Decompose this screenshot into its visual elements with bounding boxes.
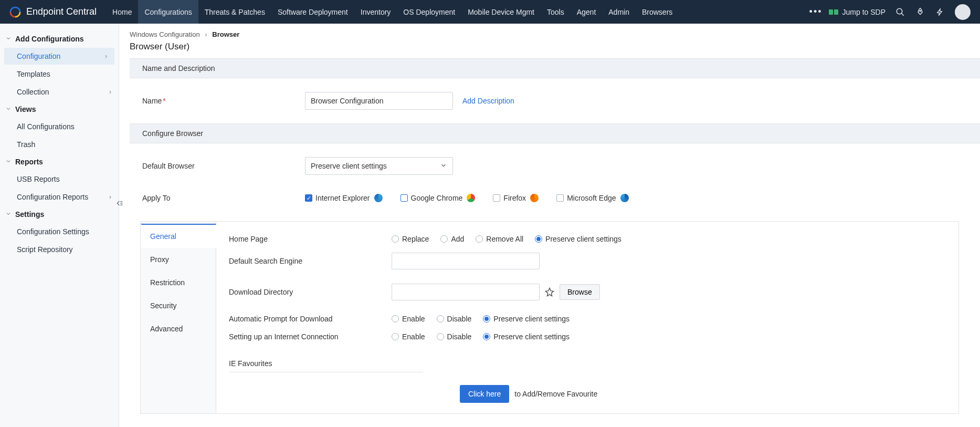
topnav-item[interactable]: Home: [106, 0, 138, 24]
jump-to-sdp-link[interactable]: Jump to SDP: [829, 8, 886, 16]
sidebar-item[interactable]: Configuration Reports›: [0, 189, 119, 205]
section-header-name-desc: Name and Description: [130, 58, 980, 78]
radio-option[interactable]: Disable: [437, 315, 472, 323]
radio-option[interactable]: Enable: [392, 315, 425, 323]
browser-label: Firefox: [503, 194, 526, 202]
top-right: Jump to SDP: [829, 4, 980, 20]
sidebar-group-header[interactable]: Views: [0, 101, 119, 117]
breadcrumb-parent[interactable]: Windows Configuration: [130, 30, 200, 38]
sidebar-group-header[interactable]: Add Configurations: [0, 31, 119, 47]
ie-favourites-header: IE Favourites: [229, 346, 423, 372]
radio[interactable]: [535, 235, 542, 243]
radio-label: Replace: [402, 235, 429, 243]
radio[interactable]: [392, 315, 399, 322]
click-here-button[interactable]: Click here: [460, 385, 509, 403]
sidebar-item[interactable]: Templates: [0, 66, 119, 82]
topnav-item[interactable]: Inventory: [354, 0, 397, 24]
checkbox[interactable]: [556, 194, 564, 202]
row-download-dir: Download Directory Browse: [229, 274, 948, 305]
radio[interactable]: [392, 333, 399, 340]
form-row-name: Name* Add Description: [130, 78, 980, 123]
browse-button[interactable]: Browse: [560, 284, 600, 300]
radio-option[interactable]: Preserve client settings: [483, 315, 570, 323]
sidebar: Add ConfigurationsConfiguration›Template…: [0, 24, 119, 427]
name-input[interactable]: [305, 92, 453, 110]
radio[interactable]: [437, 315, 444, 322]
radio-option[interactable]: Preserve client settings: [483, 332, 570, 341]
panel-tab[interactable]: General: [141, 224, 216, 248]
chevron-down-icon: [5, 158, 13, 166]
topnav-item[interactable]: Agent: [571, 0, 603, 24]
add-description-link[interactable]: Add Description: [462, 97, 514, 105]
sidebar-item[interactable]: Configuration Settings: [0, 223, 119, 240]
click-here-text: to Add/Remove Favourite: [514, 390, 597, 398]
default-browser-select[interactable]: Preserve client settings: [305, 157, 453, 175]
radio[interactable]: [437, 333, 444, 340]
sidebar-item-label: All Configurations: [17, 122, 75, 131]
radio[interactable]: [476, 235, 483, 243]
sidebar-item[interactable]: Configuration›: [4, 48, 114, 65]
topnav-item[interactable]: OS Deployment: [397, 0, 461, 24]
breadcrumb: Windows Configuration › Browser: [119, 24, 980, 41]
sidebar-collapse-icon[interactable]: [113, 197, 126, 210]
radio-option[interactable]: Preserve client settings: [535, 235, 621, 243]
checkbox[interactable]: [305, 194, 312, 202]
sidebar-item[interactable]: Collection›: [0, 84, 119, 100]
sidebar-item[interactable]: USB Reports: [0, 171, 119, 188]
search-engine-label: Default Search Engine: [229, 257, 392, 265]
radio-label: Preserve client settings: [493, 332, 570, 341]
brand[interactable]: Endpoint Central: [0, 6, 106, 18]
search-engine-input[interactable]: [392, 253, 540, 269]
checkbox[interactable]: [401, 194, 408, 202]
radio[interactable]: [483, 333, 490, 340]
checkbox[interactable]: [493, 194, 500, 202]
apply-to-label: Apply To: [142, 194, 305, 202]
radio-option[interactable]: Enable: [392, 332, 425, 341]
page-title: Browser (User): [119, 41, 980, 58]
radio[interactable]: [440, 235, 448, 243]
radio-option[interactable]: Replace: [392, 235, 429, 243]
topnav-item[interactable]: Mobile Device Mgmt: [461, 0, 541, 24]
avatar[interactable]: [955, 4, 971, 20]
download-dir-input[interactable]: [392, 284, 540, 300]
apply-to-browser-option[interactable]: Internet Explorer: [305, 194, 383, 202]
topnav-item[interactable]: Admin: [602, 0, 636, 24]
sidebar-item[interactable]: Script Repository: [0, 241, 119, 258]
radio-option[interactable]: Disable: [437, 332, 472, 341]
apply-to-browser-option[interactable]: Google Chrome: [401, 194, 476, 202]
sidebar-group-header[interactable]: Reports: [0, 154, 119, 170]
radio[interactable]: [483, 315, 490, 322]
radio-option[interactable]: Remove All: [476, 235, 523, 243]
star-icon[interactable]: [545, 287, 554, 297]
topnav-more-icon[interactable]: •••: [803, 6, 829, 17]
radio-label: Disable: [447, 332, 472, 341]
browser-label: Internet Explorer: [315, 194, 370, 202]
jump-to-sdp-label: Jump to SDP: [842, 8, 886, 16]
topnav-item[interactable]: Browsers: [636, 0, 679, 24]
sidebar-group-header[interactable]: Settings: [0, 206, 119, 222]
apply-to-browser-option[interactable]: Microsoft Edge: [556, 194, 628, 202]
topnav-item[interactable]: Software Deployment: [271, 0, 354, 24]
topnav-item[interactable]: Tools: [541, 0, 571, 24]
panel-tab[interactable]: Security: [141, 294, 216, 317]
radio[interactable]: [392, 235, 399, 243]
panel-tab[interactable]: Advanced: [141, 317, 216, 340]
rocket-icon[interactable]: [915, 7, 925, 17]
chevron-down-icon: [440, 162, 447, 171]
bolt-icon[interactable]: [935, 7, 945, 17]
panel-tab[interactable]: Proxy: [141, 248, 216, 271]
topnav-item[interactable]: Configurations: [138, 0, 198, 24]
sdp-icon: [829, 8, 838, 16]
search-icon[interactable]: [895, 7, 905, 17]
sidebar-item-label: Trash: [17, 140, 35, 149]
sidebar-item[interactable]: Trash: [0, 136, 119, 153]
radio-label: Add: [451, 235, 464, 243]
panel-tab[interactable]: Restriction: [141, 271, 216, 294]
radio-label: Enable: [402, 315, 425, 323]
sidebar-item[interactable]: All Configurations: [0, 118, 119, 135]
topnav-item[interactable]: Threats & Patches: [198, 0, 271, 24]
radio-option[interactable]: Add: [440, 235, 464, 243]
browser-icon: [530, 194, 539, 202]
panel-body: Home Page ReplaceAddRemove AllPreserve c…: [216, 222, 958, 413]
apply-to-browser-option[interactable]: Firefox: [493, 194, 539, 202]
